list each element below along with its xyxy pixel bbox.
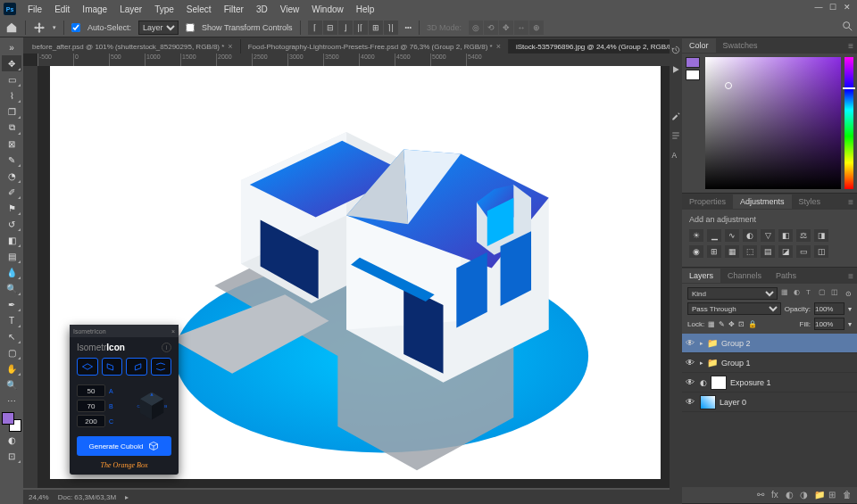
- layer-style-icon[interactable]: fx: [771, 490, 782, 500]
- tab-adjustments[interactable]: Adjustments: [733, 194, 792, 209]
- history-icon[interactable]: [670, 45, 681, 55]
- invert-icon[interactable]: ⬚: [743, 245, 757, 258]
- panel-menu-icon[interactable]: ≡: [845, 271, 857, 281]
- 3d-zoom-icon[interactable]: ⊕: [529, 21, 544, 35]
- menu-type[interactable]: Type: [148, 3, 180, 16]
- menu-filter[interactable]: Filter: [218, 3, 250, 16]
- 3d-orbit-icon[interactable]: ◎: [469, 21, 483, 35]
- document-tab[interactable]: Food-Photography-Lightroom-Presets-Free.…: [241, 39, 509, 54]
- iso-edges-button[interactable]: [151, 358, 172, 376]
- filter-type-icon[interactable]: T: [806, 288, 817, 299]
- gradient-tool[interactable]: ▤: [2, 248, 21, 264]
- hue-sat-icon[interactable]: ◧: [778, 229, 793, 242]
- panel-menu-icon[interactable]: ≡: [845, 197, 857, 207]
- 3d-slide-icon[interactable]: ↔: [514, 21, 528, 35]
- auto-select-mode[interactable]: Layer: [138, 21, 179, 35]
- clone-stamp-tool[interactable]: ⚑: [2, 200, 21, 216]
- dim-b-input[interactable]: [77, 400, 105, 412]
- curves-icon[interactable]: ∿: [725, 229, 739, 242]
- color-lookup-icon[interactable]: ▦: [725, 245, 739, 258]
- close-icon[interactable]: ×: [171, 328, 175, 335]
- color-picker-cursor[interactable]: [725, 82, 732, 89]
- filter-toggle-icon[interactable]: ⊙: [845, 290, 852, 298]
- character-icon[interactable]: A: [670, 150, 681, 161]
- chevron-down-icon[interactable]: ▾: [848, 305, 852, 313]
- move-dropdown-icon[interactable]: ▾: [53, 24, 56, 31]
- zoom-level[interactable]: 24,4%: [29, 493, 49, 501]
- align-hcenter-icon[interactable]: ⊞: [369, 21, 383, 35]
- type-tool[interactable]: T: [2, 312, 21, 328]
- filter-smart-icon[interactable]: ◫: [831, 288, 842, 299]
- expand-arrows-icon[interactable]: »: [2, 39, 21, 55]
- delete-layer-icon[interactable]: 🗑: [843, 490, 853, 500]
- tab-channels[interactable]: Channels: [720, 269, 769, 283]
- frame-tool[interactable]: ⊠: [2, 136, 21, 152]
- marquee-tool[interactable]: ▭: [2, 71, 21, 87]
- iso-left-face-button[interactable]: [102, 358, 123, 376]
- brush-tool[interactable]: ✐: [2, 184, 21, 200]
- menu-select[interactable]: Select: [180, 3, 218, 16]
- layer-row[interactable]: 👁 Layer 0: [682, 392, 857, 412]
- isometricon-plugin-panel[interactable]: IsometrIcon × IsometrIcon i A B C A B C: [70, 325, 179, 475]
- show-transform-checkbox[interactable]: [186, 23, 195, 32]
- close-button[interactable]: ✕: [841, 2, 853, 12]
- history-brush-tool[interactable]: ↺: [2, 216, 21, 232]
- group-icon[interactable]: 📁: [814, 490, 825, 500]
- menu-view[interactable]: View: [274, 3, 306, 16]
- visibility-icon[interactable]: 👁: [686, 377, 696, 387]
- align-left-icon[interactable]: |⌈: [354, 21, 368, 35]
- panel-menu-icon[interactable]: ≡: [845, 41, 857, 51]
- path-select-tool[interactable]: ↖: [2, 328, 21, 344]
- lock-pixels-icon[interactable]: ▦: [708, 320, 715, 328]
- eraser-tool[interactable]: ◧: [2, 232, 21, 248]
- filter-shape-icon[interactable]: ▢: [819, 288, 829, 299]
- shape-tool[interactable]: ▢: [2, 344, 21, 360]
- menu-edit[interactable]: Edit: [48, 3, 76, 16]
- tab-swatches[interactable]: Swatches: [716, 38, 765, 53]
- blur-tool[interactable]: 💧: [2, 264, 21, 280]
- iso-right-face-button[interactable]: [126, 358, 147, 376]
- vibrance-icon[interactable]: ▽: [761, 229, 775, 242]
- layer-thumbnail[interactable]: [700, 395, 716, 409]
- menu-file[interactable]: File: [21, 3, 48, 16]
- threshold-icon[interactable]: ◪: [778, 245, 793, 258]
- new-layer-icon[interactable]: ⊞: [828, 490, 839, 500]
- fill-input[interactable]: [814, 318, 845, 330]
- align-vcenter-icon[interactable]: ⊟: [323, 21, 337, 35]
- tab-color[interactable]: Color: [682, 38, 716, 53]
- crop-tool[interactable]: ⧉: [2, 120, 21, 136]
- close-icon[interactable]: ×: [496, 42, 501, 51]
- layer-row[interactable]: 👁 ▸ 📁 Group 1: [682, 353, 857, 373]
- 3d-roll-icon[interactable]: ⟲: [484, 21, 498, 35]
- auto-select-checkbox[interactable]: [71, 23, 80, 32]
- menu-help[interactable]: Help: [350, 3, 381, 16]
- pen-tool[interactable]: ✒: [2, 296, 21, 312]
- gradient-map-icon[interactable]: ▭: [796, 245, 811, 258]
- photo-filter-icon[interactable]: ◉: [689, 245, 703, 258]
- menu-window[interactable]: Window: [305, 3, 350, 16]
- visibility-icon[interactable]: 👁: [686, 397, 696, 407]
- dodge-tool[interactable]: 🔍: [2, 280, 21, 296]
- lock-position-icon[interactable]: ✥: [728, 320, 735, 328]
- lock-all-icon[interactable]: 🔒: [748, 320, 757, 328]
- layer-filter-kind[interactable]: Kind: [687, 287, 778, 300]
- channel-mixer-icon[interactable]: ⊞: [707, 245, 721, 258]
- 3d-pan-icon[interactable]: ✥: [499, 21, 513, 35]
- plugin-header[interactable]: IsometrIcon ×: [70, 325, 179, 337]
- menu-image[interactable]: Image: [76, 3, 113, 16]
- generate-cuboid-button[interactable]: Generate Cuboid: [77, 436, 171, 456]
- screen-mode-icon[interactable]: ⊡: [2, 448, 21, 464]
- align-top-icon[interactable]: ⌈: [308, 21, 322, 35]
- foreground-swatch[interactable]: [686, 57, 700, 68]
- zoom-tool[interactable]: 🔍: [2, 376, 21, 392]
- expand-icon[interactable]: ▸: [700, 359, 703, 367]
- chevron-down-icon[interactable]: ▾: [848, 320, 852, 328]
- quick-mask-icon[interactable]: ◐: [2, 432, 21, 448]
- visibility-icon[interactable]: 👁: [686, 358, 696, 368]
- hand-tool[interactable]: ✋: [2, 360, 21, 376]
- minimize-button[interactable]: —: [812, 2, 825, 12]
- link-layers-icon[interactable]: ⚯: [757, 490, 768, 500]
- hue-marker[interactable]: [843, 87, 855, 89]
- posterize-icon[interactable]: ▤: [761, 245, 775, 258]
- mask-thumbnail[interactable]: [711, 376, 727, 390]
